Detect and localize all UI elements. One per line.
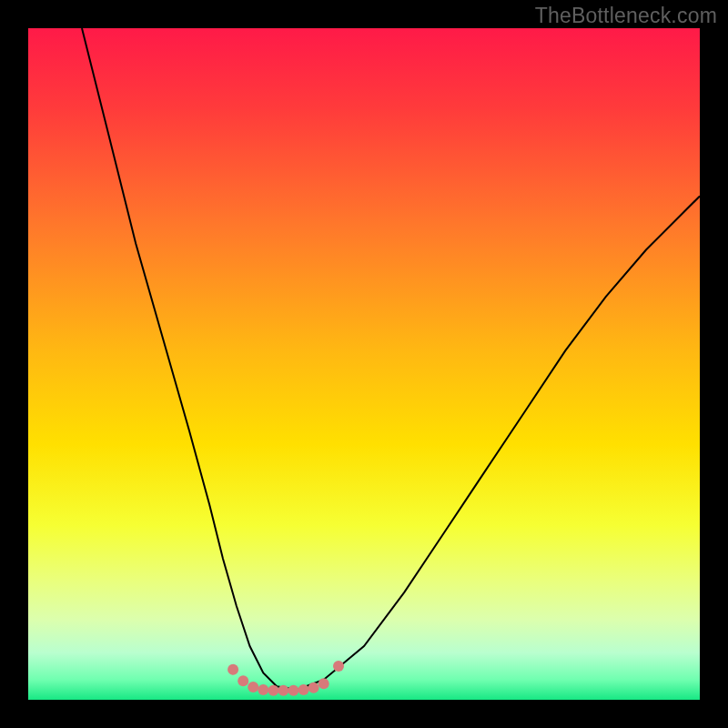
data-marker (288, 685, 299, 696)
gradient-background (28, 28, 700, 700)
bottleneck-chart (0, 0, 728, 728)
chart-frame: TheBottleneck.com (0, 0, 728, 728)
data-marker (268, 685, 278, 696)
data-marker (258, 684, 268, 695)
data-marker (298, 684, 309, 695)
data-marker (238, 675, 248, 686)
watermark-label: TheBottleneck.com (535, 4, 717, 28)
data-marker (248, 682, 258, 693)
data-marker (228, 664, 238, 675)
data-marker (308, 682, 319, 693)
data-marker (278, 685, 288, 696)
data-marker (318, 678, 329, 689)
data-marker (333, 661, 344, 672)
